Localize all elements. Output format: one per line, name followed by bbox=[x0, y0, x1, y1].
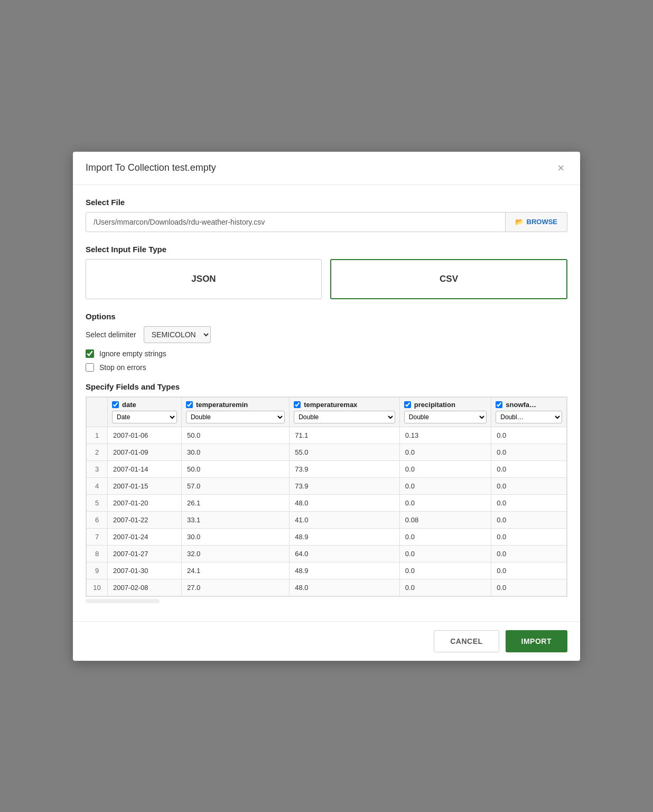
table-row: 32007-01-1450.073.90.00.0 bbox=[87, 460, 567, 477]
delimiter-label: Select delimiter bbox=[86, 330, 136, 339]
table-cell: 2 bbox=[87, 444, 108, 460]
table-cell: 0.0 bbox=[491, 528, 567, 545]
th-date: date Date String Double Integer Boolean bbox=[108, 397, 182, 427]
table-cell: 2007-01-06 bbox=[108, 427, 182, 444]
horizontal-scrollbar[interactable] bbox=[86, 599, 160, 603]
table-cell: 2007-01-14 bbox=[108, 460, 182, 477]
table-cell: 2007-01-15 bbox=[108, 477, 182, 494]
table-cell: 0.0 bbox=[491, 511, 567, 528]
file-type-row: JSON CSV bbox=[86, 259, 567, 299]
table-row: 52007-01-2026.148.00.00.0 bbox=[87, 494, 567, 511]
th-temperaturemax-type[interactable]: Double String Integer Boolean bbox=[294, 411, 395, 423]
table-row: 42007-01-1557.073.90.00.0 bbox=[87, 477, 567, 494]
delimiter-select[interactable]: COMMA SEMICOLON TAB SPACE bbox=[144, 326, 211, 343]
fields-section: Specify Fields and Types date bbox=[86, 382, 567, 603]
dialog-footer: CANCEL IMPORT bbox=[73, 621, 580, 661]
table-cell: 24.1 bbox=[181, 562, 289, 579]
table-row: 102007-02-0827.048.00.00.0 bbox=[87, 579, 567, 596]
table-cell: 10 bbox=[87, 579, 108, 596]
th-date-checkbox[interactable] bbox=[112, 401, 119, 408]
table-row: 82007-01-2732.064.00.00.0 bbox=[87, 545, 567, 562]
browse-button[interactable]: 📂 BROWSE bbox=[506, 212, 568, 232]
table-cell: 0.0 bbox=[491, 579, 567, 596]
table-cell: 0.0 bbox=[491, 562, 567, 579]
table-cell: 2007-01-20 bbox=[108, 494, 182, 511]
table-cell: 55.0 bbox=[290, 444, 400, 460]
stop-on-errors-label: Stop on errors bbox=[99, 363, 146, 372]
select-file-label: Select File bbox=[86, 198, 567, 207]
ignore-empty-strings-label: Ignore empty strings bbox=[99, 349, 166, 358]
table-cell: 2007-01-22 bbox=[108, 511, 182, 528]
table-cell: 64.0 bbox=[290, 545, 400, 562]
th-snowfall-checkbox[interactable] bbox=[496, 401, 502, 408]
table-cell: 7 bbox=[87, 528, 108, 545]
th-snowfall-type[interactable]: Doubl… String Integer Boolean bbox=[496, 411, 562, 423]
ignore-empty-strings-checkbox[interactable] bbox=[86, 349, 94, 358]
table-cell: 30.0 bbox=[181, 528, 289, 545]
th-precipitation: precipitation Double String Integer Bool… bbox=[399, 397, 491, 427]
table-cell: 5 bbox=[87, 494, 108, 511]
fields-table: date Date String Double Integer Boolean bbox=[86, 397, 567, 596]
fields-table-wrapper: date Date String Double Integer Boolean bbox=[86, 396, 567, 597]
table-cell: 6 bbox=[87, 511, 108, 528]
options-label: Options bbox=[86, 312, 567, 321]
table-cell: 0.0 bbox=[491, 477, 567, 494]
table-cell: 0.0 bbox=[491, 545, 567, 562]
table-cell: 0.0 bbox=[399, 494, 491, 511]
table-cell: 41.0 bbox=[290, 511, 400, 528]
table-cell: 0.0 bbox=[399, 477, 491, 494]
dialog-title: Import To Collection test.empty bbox=[86, 162, 216, 173]
table-cell: 0.0 bbox=[491, 460, 567, 477]
stop-on-errors-row[interactable]: Stop on errors bbox=[86, 363, 567, 372]
table-cell: 0.13 bbox=[399, 427, 491, 444]
select-input-type-label: Select Input File Type bbox=[86, 245, 567, 254]
table-cell: 0.0 bbox=[491, 444, 567, 460]
ignore-empty-strings-row[interactable]: Ignore empty strings bbox=[86, 349, 567, 358]
table-cell: 57.0 bbox=[181, 477, 289, 494]
table-row: 12007-01-0650.071.10.130.0 bbox=[87, 427, 567, 444]
csv-type-button[interactable]: CSV bbox=[330, 259, 567, 299]
th-precipitation-type[interactable]: Double String Integer Boolean bbox=[404, 411, 487, 423]
table-cell: 2007-02-08 bbox=[108, 579, 182, 596]
table-cell: 73.9 bbox=[290, 477, 400, 494]
table-cell: 1 bbox=[87, 427, 108, 444]
table-cell: 2007-01-24 bbox=[108, 528, 182, 545]
table-cell: 3 bbox=[87, 460, 108, 477]
th-temperaturemin-checkbox[interactable] bbox=[186, 401, 193, 408]
th-snowfall: snowfa… Doubl… String Integer Boolean bbox=[491, 397, 567, 427]
import-dialog: Import To Collection test.empty × Select… bbox=[73, 152, 580, 661]
import-button[interactable]: IMPORT bbox=[506, 630, 567, 652]
close-button[interactable]: × bbox=[554, 161, 567, 175]
table-cell: 2007-01-30 bbox=[108, 562, 182, 579]
table-cell: 32.0 bbox=[181, 545, 289, 562]
th-temperaturemax-checkbox[interactable] bbox=[294, 401, 301, 408]
table-cell: 48.9 bbox=[290, 562, 400, 579]
cancel-button[interactable]: CANCEL bbox=[434, 630, 499, 652]
table-cell: 48.9 bbox=[290, 528, 400, 545]
table-cell: 48.0 bbox=[290, 494, 400, 511]
th-date-type[interactable]: Date String Double Integer Boolean bbox=[112, 411, 177, 423]
dialog-header: Import To Collection test.empty × bbox=[73, 152, 580, 185]
file-path-input[interactable] bbox=[86, 212, 506, 232]
table-cell: 27.0 bbox=[181, 579, 289, 596]
th-rownum bbox=[87, 397, 108, 427]
json-type-button[interactable]: JSON bbox=[86, 259, 322, 299]
table-cell: 0.0 bbox=[399, 528, 491, 545]
table-row: 62007-01-2233.141.00.080.0 bbox=[87, 511, 567, 528]
table-cell: 0.0 bbox=[399, 444, 491, 460]
table-cell: 0.0 bbox=[399, 460, 491, 477]
table-cell: 4 bbox=[87, 477, 108, 494]
fields-label: Specify Fields and Types bbox=[86, 382, 567, 391]
delimiter-row: Select delimiter COMMA SEMICOLON TAB SPA… bbox=[86, 326, 567, 343]
th-precipitation-checkbox[interactable] bbox=[404, 401, 411, 408]
table-row: 22007-01-0930.055.00.00.0 bbox=[87, 444, 567, 460]
stop-on-errors-checkbox[interactable] bbox=[86, 363, 94, 372]
table-cell: 0.0 bbox=[491, 427, 567, 444]
table-cell: 48.0 bbox=[290, 579, 400, 596]
th-temperaturemin-type[interactable]: Double String Integer Boolean bbox=[186, 411, 285, 423]
table-cell: 0.0 bbox=[399, 562, 491, 579]
options-section: Options Select delimiter COMMA SEMICOLON… bbox=[86, 312, 567, 372]
table-row: 72007-01-2430.048.90.00.0 bbox=[87, 528, 567, 545]
table-cell: 50.0 bbox=[181, 427, 289, 444]
table-cell: 33.1 bbox=[181, 511, 289, 528]
